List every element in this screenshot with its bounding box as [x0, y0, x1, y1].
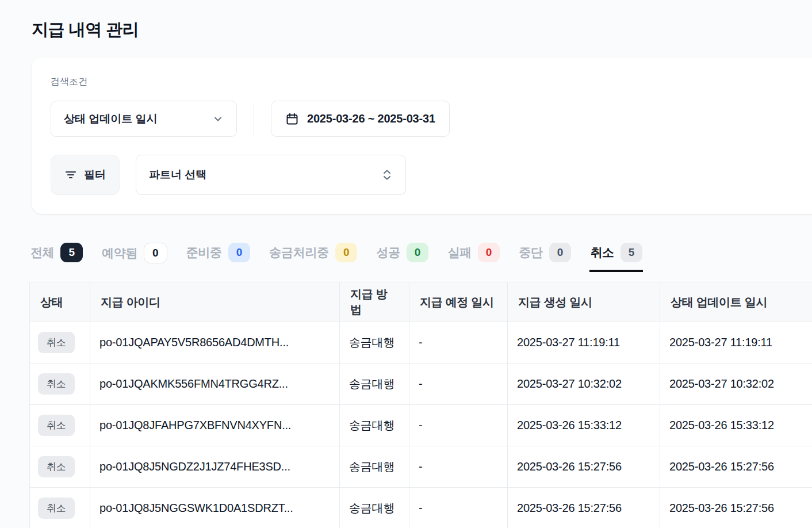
updated-date-cell: 2025-03-27 10:32:02 — [660, 364, 812, 405]
table-row[interactable]: 취소 po-01JQ8J5NGGSWK1D0A1SDRZT... 송금대행 - … — [30, 488, 812, 528]
table-row[interactable]: 취소 po-01JQ8JFAHPG7XBFNVN4XYFN... 송금대행 - … — [30, 405, 812, 446]
search-conditions-label: 검색조건 — [51, 76, 806, 88]
status-tab-count-badge: 0 — [144, 243, 167, 263]
table-header-row: 상태지급 아이디지급 방법지급 예정 일시지급 생성 일시상태 업데이트 일시 — [30, 282, 812, 322]
calendar-icon — [285, 112, 299, 126]
status-tab[interactable]: 예약됨 0 — [101, 237, 168, 273]
date-type-select-value: 상태 업데이트 일시 — [64, 112, 158, 127]
status-tab-label: 취소 — [590, 244, 614, 261]
status-tab[interactable]: 취소 5 — [589, 237, 643, 272]
payment-id-cell: po-01JQ8J5NGDZ2J1JZ74FHE3SD... — [90, 446, 340, 488]
status-tab-count-badge: 0 — [228, 243, 251, 262]
table-body: 취소 po-01JQAPAY5V5R8656AD4DMTH... 송금대행 - … — [30, 322, 812, 528]
payment-id-cell: po-01JQAKMK556FMN4TRGG4RZ... — [90, 364, 340, 405]
created-date-cell: 2025-03-26 15:33:12 — [508, 405, 660, 446]
payments-table: 상태지급 아이디지급 방법지급 예정 일시지급 생성 일시상태 업데이트 일시 … — [29, 282, 812, 528]
payment-method-cell: 송금대행 — [340, 488, 409, 528]
updated-date-cell: 2025-03-27 11:19:11 — [660, 322, 812, 364]
payment-method-cell: 송금대행 — [340, 446, 409, 488]
column-header: 상태 — [30, 282, 90, 322]
scheduled-date-cell: - — [409, 446, 508, 488]
status-tab[interactable]: 전체 5 — [30, 237, 83, 272]
created-date-cell: 2025-03-27 10:32:02 — [508, 364, 660, 405]
status-tabs: 전체 5 예약됨 0 준비중 0 송금처리중 0 성공 0 실패 0 중단 0 … — [30, 237, 643, 273]
partner-select-placeholder: 파트너 선택 — [149, 167, 206, 182]
status-tab-count-badge: 0 — [549, 243, 572, 262]
status-tab-count-badge: 0 — [478, 243, 500, 262]
status-tab-label: 예약됨 — [102, 245, 137, 261]
column-header: 상태 업데이트 일시 — [660, 282, 812, 322]
payment-method-cell: 송금대행 — [340, 322, 409, 364]
status-tab-label: 전체 — [30, 244, 54, 261]
date-range-value: 2025-03-26 ~ 2025-03-31 — [307, 112, 435, 125]
status-tab-label: 중단 — [519, 244, 542, 261]
date-type-select[interactable]: 상태 업데이트 일시 — [51, 101, 237, 137]
status-badge: 취소 — [38, 456, 75, 477]
status-badge: 취소 — [38, 373, 75, 395]
created-date-cell: 2025-03-26 15:27:56 — [508, 446, 660, 488]
filter-button-label: 필터 — [84, 167, 106, 182]
status-tab[interactable]: 실패 0 — [447, 237, 500, 272]
scheduled-date-cell: - — [409, 405, 508, 446]
payment-id-cell: po-01JQAPAY5V5R8656AD4DMTH... — [90, 322, 340, 364]
status-badge: 취소 — [38, 332, 75, 353]
payment-id-cell: po-01JQ8J5NGGSWK1D0A1SDRZT... — [90, 488, 340, 528]
status-tab-label: 준비중 — [186, 244, 222, 261]
column-header: 지급 아이디 — [90, 282, 340, 322]
table-row[interactable]: 취소 po-01JQAKMK556FMN4TRGG4RZ... 송금대행 - 2… — [30, 364, 812, 405]
updated-date-cell: 2025-03-26 15:33:12 — [660, 405, 812, 446]
updated-date-cell: 2025-03-26 15:27:56 — [660, 488, 812, 528]
updated-date-cell: 2025-03-26 15:27:56 — [660, 446, 812, 488]
column-header: 지급 방법 — [340, 282, 409, 322]
page-title: 지급 내역 관리 — [32, 18, 139, 41]
status-tab[interactable]: 준비중 0 — [186, 237, 251, 272]
status-tab[interactable]: 성공 0 — [376, 237, 429, 272]
scheduled-date-cell: - — [409, 322, 508, 364]
table-row[interactable]: 취소 po-01JQAPAY5V5R8656AD4DMTH... 송금대행 - … — [30, 322, 812, 364]
payment-id-cell: po-01JQ8JFAHPG7XBFNVN4XYFN... — [90, 405, 340, 446]
date-range-button[interactable]: 2025-03-26 ~ 2025-03-31 — [271, 101, 450, 137]
payment-method-cell: 송금대행 — [340, 364, 409, 405]
column-header: 지급 예정 일시 — [409, 282, 508, 322]
search-conditions-card: 검색조건 상태 업데이트 일시 2025-03-26 ~ 2025-03-31 — [32, 58, 812, 214]
status-tab-count-badge: 0 — [335, 243, 358, 262]
payments-table-wrap: 상태지급 아이디지급 방법지급 예정 일시지급 생성 일시상태 업데이트 일시 … — [29, 282, 812, 528]
status-badge: 취소 — [38, 498, 75, 519]
scheduled-date-cell: - — [409, 364, 508, 405]
status-tab-count-badge: 5 — [621, 243, 643, 262]
status-tab-label: 송금처리중 — [269, 244, 329, 261]
status-tab-count-badge: 0 — [407, 243, 429, 262]
status-tab-count-badge: 5 — [60, 243, 83, 262]
vertical-divider — [254, 103, 254, 135]
table-row[interactable]: 취소 po-01JQ8J5NGDZ2J1JZ74FHE3SD... 송금대행 -… — [30, 446, 812, 488]
status-tab[interactable]: 중단 0 — [518, 237, 572, 272]
status-tab[interactable]: 송금처리중 0 — [269, 237, 358, 272]
chevron-up-down-icon — [381, 168, 393, 182]
payment-method-cell: 송금대행 — [340, 405, 409, 446]
status-badge: 취소 — [38, 415, 75, 436]
created-date-cell: 2025-03-27 11:19:11 — [508, 322, 660, 364]
partner-select[interactable]: 파트너 선택 — [136, 155, 406, 195]
status-tab-label: 실패 — [447, 244, 471, 261]
created-date-cell: 2025-03-26 15:27:56 — [508, 488, 660, 528]
filter-lines-icon — [64, 169, 77, 181]
chevron-down-icon — [212, 113, 224, 125]
status-tab-label: 성공 — [376, 244, 400, 261]
column-header: 지급 생성 일시 — [508, 282, 660, 322]
scheduled-date-cell: - — [409, 488, 508, 528]
filter-button[interactable]: 필터 — [51, 155, 120, 195]
